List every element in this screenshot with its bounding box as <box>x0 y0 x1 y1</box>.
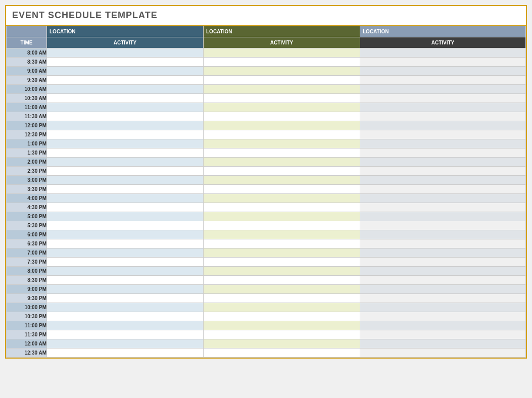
activity-cell-3[interactable] <box>360 67 526 76</box>
activity-cell-1[interactable] <box>47 239 204 248</box>
activity-cell-3[interactable] <box>360 312 526 321</box>
activity-cell-3[interactable] <box>360 239 526 248</box>
activity-cell-3[interactable] <box>360 148 526 158</box>
activity-cell-2[interactable] <box>204 312 360 321</box>
activity-cell-3[interactable] <box>360 339 526 349</box>
activity-cell-2[interactable] <box>204 285 360 294</box>
activity-cell-1[interactable] <box>47 267 204 276</box>
activity-cell-1[interactable] <box>47 85 204 94</box>
activity-cell-3[interactable] <box>360 48 526 58</box>
activity-cell-2[interactable] <box>204 248 360 258</box>
activity-cell-2[interactable] <box>204 321 360 330</box>
activity-cell-2[interactable] <box>204 258 360 267</box>
activity-cell-2[interactable] <box>204 121 360 130</box>
activity-cell-1[interactable] <box>47 285 204 294</box>
activity-cell-1[interactable] <box>47 221 204 230</box>
activity-cell-2[interactable] <box>204 158 360 167</box>
activity-cell-2[interactable] <box>204 76 360 85</box>
activity-cell-2[interactable] <box>204 112 360 121</box>
activity-cell-2[interactable] <box>204 221 360 230</box>
activity-cell-2[interactable] <box>204 176 360 185</box>
activity-cell-3[interactable] <box>360 94 526 103</box>
activity-cell-2[interactable] <box>204 349 360 358</box>
activity-cell-1[interactable] <box>47 230 204 239</box>
activity-cell-2[interactable] <box>204 203 360 212</box>
activity-cell-1[interactable] <box>47 48 204 58</box>
activity-cell-3[interactable] <box>360 194 526 203</box>
activity-cell-3[interactable] <box>360 285 526 294</box>
activity-cell-2[interactable] <box>204 94 360 103</box>
activity-cell-3[interactable] <box>360 258 526 267</box>
activity-cell-2[interactable] <box>204 148 360 158</box>
activity-cell-1[interactable] <box>47 203 204 212</box>
activity-cell-1[interactable] <box>47 339 204 349</box>
activity-cell-1[interactable] <box>47 103 204 112</box>
activity-cell-3[interactable] <box>360 58 526 67</box>
activity-cell-3[interactable] <box>360 76 526 85</box>
activity-cell-2[interactable] <box>204 85 360 94</box>
activity-cell-3[interactable] <box>360 130 526 139</box>
activity-cell-3[interactable] <box>360 203 526 212</box>
activity-cell-2[interactable] <box>204 103 360 112</box>
activity-cell-3[interactable] <box>360 321 526 330</box>
activity-cell-1[interactable] <box>47 139 204 148</box>
activity-cell-1[interactable] <box>47 330 204 339</box>
activity-cell-1[interactable] <box>47 185 204 194</box>
activity-cell-3[interactable] <box>360 267 526 276</box>
activity-cell-1[interactable] <box>47 276 204 285</box>
activity-cell-3[interactable] <box>360 121 526 130</box>
activity-cell-3[interactable] <box>360 294 526 303</box>
activity-cell-1[interactable] <box>47 167 204 176</box>
activity-cell-2[interactable] <box>204 185 360 194</box>
activity-cell-1[interactable] <box>47 349 204 358</box>
activity-cell-3[interactable] <box>360 230 526 239</box>
activity-cell-3[interactable] <box>360 139 526 148</box>
activity-cell-3[interactable] <box>360 212 526 221</box>
activity-cell-2[interactable] <box>204 212 360 221</box>
activity-cell-2[interactable] <box>204 276 360 285</box>
activity-cell-1[interactable] <box>47 58 204 67</box>
activity-cell-1[interactable] <box>47 130 204 139</box>
activity-cell-1[interactable] <box>47 194 204 203</box>
activity-cell-1[interactable] <box>47 94 204 103</box>
activity-cell-2[interactable] <box>204 67 360 76</box>
activity-cell-3[interactable] <box>360 276 526 285</box>
activity-cell-2[interactable] <box>204 139 360 148</box>
activity-cell-1[interactable] <box>47 67 204 76</box>
activity-cell-1[interactable] <box>47 321 204 330</box>
activity-cell-2[interactable] <box>204 339 360 349</box>
activity-cell-2[interactable] <box>204 194 360 203</box>
activity-cell-1[interactable] <box>47 176 204 185</box>
activity-cell-3[interactable] <box>360 103 526 112</box>
activity-cell-3[interactable] <box>360 330 526 339</box>
activity-cell-3[interactable] <box>360 112 526 121</box>
activity-cell-1[interactable] <box>47 312 204 321</box>
activity-cell-2[interactable] <box>204 48 360 58</box>
activity-cell-2[interactable] <box>204 239 360 248</box>
activity-cell-3[interactable] <box>360 303 526 312</box>
activity-cell-3[interactable] <box>360 158 526 167</box>
activity-cell-3[interactable] <box>360 176 526 185</box>
activity-cell-1[interactable] <box>47 294 204 303</box>
activity-cell-3[interactable] <box>360 248 526 258</box>
activity-cell-3[interactable] <box>360 221 526 230</box>
activity-cell-1[interactable] <box>47 121 204 130</box>
activity-cell-2[interactable] <box>204 303 360 312</box>
activity-cell-2[interactable] <box>204 167 360 176</box>
activity-cell-1[interactable] <box>47 112 204 121</box>
activity-cell-1[interactable] <box>47 248 204 258</box>
activity-cell-2[interactable] <box>204 294 360 303</box>
activity-cell-2[interactable] <box>204 130 360 139</box>
activity-cell-2[interactable] <box>204 230 360 239</box>
activity-cell-1[interactable] <box>47 148 204 158</box>
activity-cell-3[interactable] <box>360 185 526 194</box>
activity-cell-1[interactable] <box>47 258 204 267</box>
activity-cell-3[interactable] <box>360 349 526 358</box>
activity-cell-1[interactable] <box>47 212 204 221</box>
activity-cell-3[interactable] <box>360 167 526 176</box>
activity-cell-2[interactable] <box>204 58 360 67</box>
activity-cell-1[interactable] <box>47 303 204 312</box>
activity-cell-1[interactable] <box>47 76 204 85</box>
activity-cell-2[interactable] <box>204 267 360 276</box>
activity-cell-2[interactable] <box>204 330 360 339</box>
